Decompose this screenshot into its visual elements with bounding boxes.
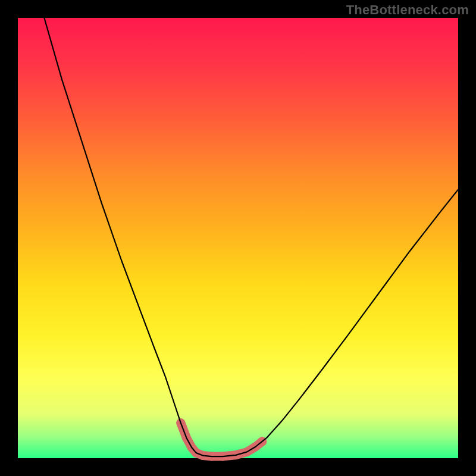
bottleneck-curve-chart [0,0,476,476]
watermark-text: TheBottleneck.com [346,2,469,18]
plot-background [18,18,458,458]
chart-frame: TheBottleneck.com [0,0,476,476]
